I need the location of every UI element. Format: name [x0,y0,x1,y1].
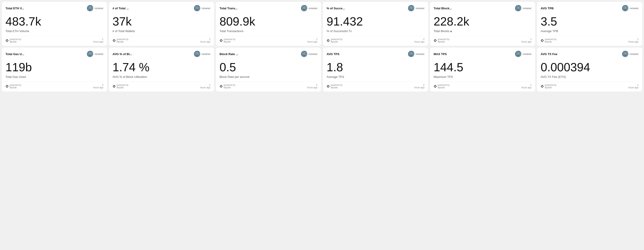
card-successful-tx: % of Succe... rezarwz 91.432 % of Succes… [323,2,428,46]
creator-name: rezarwz [630,7,638,9]
card-label: Block Rate per second [220,75,318,79]
creator-name: rezarwz [416,53,424,55]
svg-point-74 [518,53,519,53]
card-label: Average TPB [540,29,638,33]
card-value: 3.5 [540,15,638,28]
creator-name: rezarwz [202,53,210,55]
avatar [515,51,522,57]
card-label: % of Successful Tx [326,29,424,33]
card-footer: powered byflipside 2hours ago [220,82,318,89]
svg-point-45 [90,53,90,53]
powered-by-text: powered byflipside [116,84,128,89]
dashboard-grid-row2: Total Gas U... rezarwz 119b Total Gas Us… [2,48,642,92]
avatar-group: rezarwz [408,5,424,11]
card-max-tps: MAX TPS rezarwz 144.5 Maximum TPS powere… [430,48,535,92]
card-value: 1.74 % [112,61,210,74]
avatar-group: rezarwz [408,51,424,57]
svg-point-30 [517,9,520,11]
svg-point-37 [624,9,627,11]
card-label: AVG % of Block Utilization [112,75,210,79]
avatar-group: rezarwz [194,5,210,11]
avatar-group: rezarwz [515,51,532,57]
avatar [194,51,200,57]
card-value: 0.5 [220,61,318,74]
time-ago: 2hours ago [93,84,104,89]
card-footer: powered byflipside 2hours ago [112,82,210,89]
card-title: Block Rate ... [220,52,238,56]
powered-by-text: powered byflipside [10,38,22,43]
powered-by-text: powered byflipside [438,38,450,43]
svg-point-29 [517,6,519,8]
card-header: MAX TPS rezarwz [434,51,532,57]
svg-point-44 [89,55,92,57]
powered-by: powered byflipside [326,84,342,89]
creator-name: rezarwz [416,7,424,9]
svg-point-15 [303,6,305,8]
svg-point-72 [517,55,520,57]
sort-icon[interactable] [450,31,452,32]
card-value: 1.8 [326,61,424,74]
card-total-gas: Total Gas U... rezarwz 119b Total Gas Us… [2,48,107,92]
card-label: Total Blocks [434,29,532,33]
svg-point-23 [410,9,412,11]
svg-point-2 [89,9,92,11]
svg-point-52 [196,53,197,53]
powered-by: powered byflipside [540,84,556,89]
svg-point-66 [410,53,411,53]
svg-point-57 [303,52,305,54]
creator-name: rezarwz [630,53,638,55]
card-footer: powered byflipside 2hours ago [6,82,104,89]
card-avg-tpb: AVG TPB rezarwz 3.5 Average TPB powered … [537,2,642,46]
svg-point-64 [410,52,412,54]
avatar-group: rezarwz [87,5,104,11]
svg-point-67 [412,53,412,53]
creator-name: rezarwz [94,53,104,55]
creator-name: rezarwz [94,7,104,9]
powered-by: powered byflipside [6,84,22,89]
svg-point-60 [304,53,305,53]
card-total-eth-volume: Total ETH V... rezarwz 483.7k Total ETH … [2,2,107,46]
svg-point-25 [412,7,412,7]
card-footer: powered byflipside 2hours ago [6,36,104,43]
card-avg-block-util: AVG % of Bl... rezarwz 1.74 % AVG % of B… [109,48,214,92]
avatar [301,5,308,11]
card-title: MAX TPS [434,52,447,56]
time-ago: 2hours ago [308,84,318,89]
svg-point-65 [410,55,412,57]
svg-point-1 [89,6,91,8]
card-footer: powered byflipside 2hours ago [326,82,424,89]
svg-point-46 [90,53,91,53]
card-title: AVG % of Bl... [112,52,132,56]
card-footer: powered byflipside 2hours ago [434,36,532,43]
svg-point-22 [410,6,412,8]
avatar-group: rezarwz [301,5,318,11]
card-value: 483.7k [6,15,104,28]
svg-point-51 [196,55,198,57]
powered-by-text: powered byflipside [545,38,556,43]
svg-point-11 [198,7,198,7]
card-label: # of Total Wallets [112,29,210,33]
creator-name: rezarwz [308,7,318,9]
powered-by: powered byflipside [434,84,450,89]
card-footer: powered byflipside 2hours ago [540,36,638,43]
card-title: Total Block... [434,6,452,10]
powered-by-text: powered byflipside [224,84,236,89]
time-ago: 2hours ago [628,38,638,43]
powered-by: powered byflipside [326,38,342,43]
card-avg-tx-fee: AVG TX Fee rezarwz 0.000394 AVG TX Fee (… [537,48,642,92]
powered-by-text: powered byflipside [224,38,236,43]
powered-by-text: powered byflipside [116,38,128,43]
svg-point-16 [303,9,306,11]
powered-by: powered byflipside [112,38,128,43]
svg-point-9 [196,9,198,11]
card-footer: powered byflipside 2hours ago [220,36,318,43]
avatar [87,51,93,57]
card-value: 228.2k [434,15,532,28]
powered-by-text: powered byflipside [545,84,556,89]
card-total-blocks: Total Block... rezarwz 228.2k Total Bloc… [430,2,535,46]
time-ago: 2hours ago [308,38,318,43]
svg-point-71 [517,52,519,54]
card-label: Maximum TPS [434,75,532,79]
svg-point-43 [89,52,91,54]
creator-name: rezarwz [522,53,532,55]
